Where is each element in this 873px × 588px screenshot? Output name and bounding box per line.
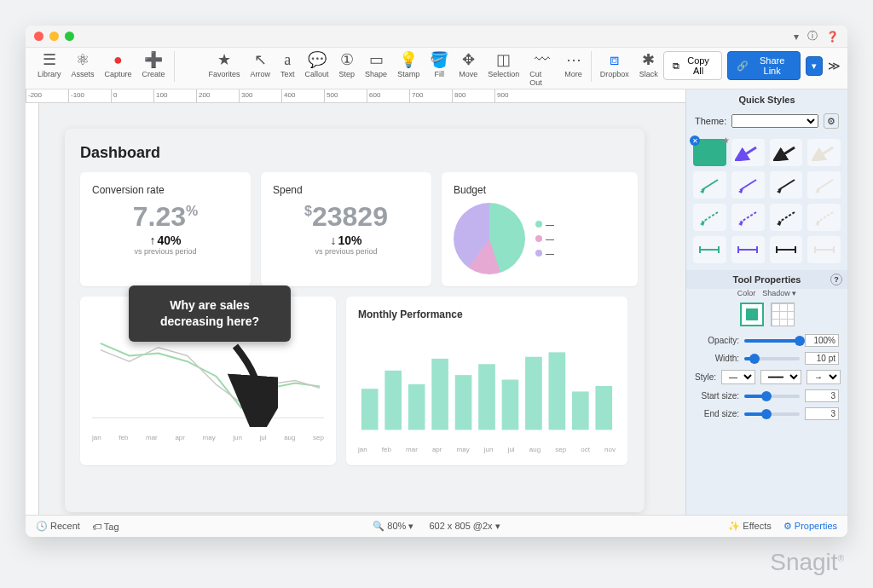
tool-create[interactable]: ➕Create bbox=[137, 51, 171, 78]
canvas[interactable]: Dashboard Conversion rate 7.23% ↑40% vs … bbox=[39, 103, 685, 515]
spend-label: Spend bbox=[273, 184, 419, 196]
ruler-vertical bbox=[26, 103, 39, 515]
style-preset-4[interactable] bbox=[693, 171, 726, 199]
window-controls bbox=[34, 32, 74, 41]
conv-label: Conversion rate bbox=[92, 184, 239, 196]
theme-settings-button[interactable]: ⚙ bbox=[824, 113, 839, 129]
tool-shape[interactable]: ▭Shape bbox=[360, 51, 392, 78]
dashboard-title: Dashboard bbox=[80, 144, 629, 162]
style-preset-3[interactable] bbox=[807, 139, 841, 166]
help-icon[interactable]: ❓ bbox=[826, 31, 839, 43]
ruler-horizontal: -200-1000100200300400500600700800900 bbox=[26, 89, 685, 103]
svg-rect-10 bbox=[572, 391, 589, 429]
style-preset-0[interactable] bbox=[693, 139, 726, 166]
help-icon[interactable]: ? bbox=[830, 274, 842, 285]
theme-select[interactable] bbox=[731, 114, 818, 128]
color-swatch[interactable] bbox=[740, 303, 764, 326]
style-preset-10[interactable] bbox=[770, 204, 803, 231]
svg-rect-8 bbox=[525, 357, 542, 430]
shadow-picker[interactable] bbox=[771, 303, 795, 326]
svg-line-21 bbox=[740, 212, 756, 222]
svg-rect-11 bbox=[595, 386, 612, 429]
style-preset-12[interactable] bbox=[693, 236, 726, 263]
style-preset-8[interactable] bbox=[693, 204, 726, 231]
svg-rect-7 bbox=[502, 380, 519, 430]
svg-rect-5 bbox=[455, 375, 472, 429]
tag-button[interactable]: 🏷 Tag bbox=[92, 522, 119, 532]
share-link-button[interactable]: 🔗 Share Link bbox=[727, 51, 801, 80]
callout-annotation[interactable]: Why are sales decreasing here? bbox=[129, 285, 291, 342]
sync-icon[interactable]: ▾ bbox=[794, 31, 799, 43]
width-label: Width: bbox=[695, 354, 739, 363]
start-size-slider[interactable] bbox=[744, 395, 800, 398]
style-preset-11[interactable] bbox=[807, 204, 841, 231]
maximize-window-icon[interactable] bbox=[65, 32, 74, 41]
tool-arrow[interactable]: ↖Arrow bbox=[246, 51, 276, 78]
style-preset-6[interactable] bbox=[770, 171, 803, 199]
zoom-control[interactable]: 🔍 80% ▾ bbox=[373, 521, 413, 532]
monthly-label: Monthly Performance bbox=[358, 308, 616, 320]
tool-cutout[interactable]: 〰Cut Out bbox=[524, 51, 559, 87]
start-size-value[interactable]: 3 bbox=[805, 389, 839, 402]
share-link-caret[interactable]: ▾ bbox=[806, 56, 823, 76]
style-preset-14[interactable] bbox=[770, 236, 803, 263]
titlebar: ▾ ⓘ ❓ bbox=[26, 26, 847, 48]
end-style-select[interactable]: → bbox=[807, 370, 841, 384]
budget-pie-chart bbox=[454, 203, 525, 274]
main-area: -200-1000100200300400500600700800900 Das… bbox=[26, 89, 847, 515]
properties-button[interactable]: ⚙ Properties bbox=[783, 521, 837, 532]
opacity-slider[interactable] bbox=[744, 339, 800, 343]
svg-rect-4 bbox=[431, 359, 448, 430]
quick-styles-title: Quick Styles bbox=[686, 89, 847, 110]
tool-library[interactable]: ☰Library bbox=[32, 51, 66, 78]
style-preset-7[interactable] bbox=[807, 171, 841, 199]
svg-line-20 bbox=[702, 212, 718, 222]
shadow-label[interactable]: Shadow ▾ bbox=[762, 289, 796, 297]
tool-move[interactable]: ✥Move bbox=[454, 51, 483, 78]
copy-all-button[interactable]: ⧉ Copy All bbox=[663, 51, 723, 80]
tool-more[interactable]: ⋯More bbox=[559, 51, 587, 78]
tool-selection[interactable]: ◫Selection bbox=[483, 51, 524, 78]
style-preset-5[interactable] bbox=[731, 171, 765, 199]
tool-favorites[interactable]: ★Favorites bbox=[204, 51, 246, 78]
tool-slack[interactable]: ✱Slack bbox=[634, 51, 663, 78]
line-style-select[interactable]: — bbox=[721, 370, 755, 384]
opacity-value[interactable]: 100% bbox=[805, 334, 839, 347]
recent-button[interactable]: 🕓 Recent bbox=[36, 521, 80, 532]
width-slider[interactable] bbox=[744, 357, 800, 360]
side-panel: Quick Styles Theme: ⚙ Tool Properties ? … bbox=[685, 89, 847, 515]
tool-step[interactable]: ①Step bbox=[334, 51, 361, 78]
style-preset-15[interactable] bbox=[807, 236, 841, 263]
budget-legend: — — — bbox=[535, 220, 554, 258]
svg-line-15 bbox=[817, 147, 833, 158]
tool-fill[interactable]: 🪣Fill bbox=[425, 51, 454, 78]
end-size-value[interactable]: 3 bbox=[805, 407, 839, 420]
spend-value: $23829 bbox=[273, 203, 419, 230]
callout-arrow-icon[interactable] bbox=[218, 342, 278, 427]
dimensions-readout: 602 x 805 @2x ▾ bbox=[429, 521, 500, 532]
dash-style-select[interactable]: ━━━ bbox=[760, 370, 801, 384]
conv-value: 7.23% bbox=[92, 203, 239, 230]
tool-dropbox[interactable]: ⧈Dropbox bbox=[595, 51, 634, 78]
style-preset-1[interactable] bbox=[731, 139, 765, 166]
tool-capture[interactable]: ●Capture bbox=[100, 51, 137, 78]
tool-text[interactable]: aText bbox=[275, 51, 300, 78]
width-value[interactable]: 10 pt bbox=[805, 352, 839, 365]
end-size-slider[interactable] bbox=[744, 412, 800, 416]
card-conversion: Conversion rate 7.23% ↑40% vs previous p… bbox=[80, 172, 251, 286]
minimize-window-icon[interactable] bbox=[49, 32, 59, 41]
tool-assets[interactable]: ⚛Assets bbox=[66, 51, 100, 78]
style-preset-2[interactable] bbox=[770, 139, 803, 166]
line-chart-axis: janfebmaraprmayjunjulaugsep bbox=[92, 434, 324, 441]
tool-callout[interactable]: 💬Callout bbox=[300, 51, 334, 78]
close-window-icon[interactable] bbox=[34, 32, 43, 41]
effects-button[interactable]: ✨ Effects bbox=[728, 521, 772, 532]
conv-delta: ↑40% bbox=[92, 233, 239, 247]
toolbar-overflow-icon[interactable]: ≫ bbox=[828, 59, 841, 72]
svg-rect-2 bbox=[384, 371, 402, 430]
bar-chart-axis: janfebmaraprmayjunjulaugsepoctnov bbox=[358, 446, 616, 453]
style-preset-9[interactable] bbox=[731, 204, 765, 231]
info-icon[interactable]: ⓘ bbox=[807, 29, 818, 43]
style-preset-13[interactable] bbox=[731, 236, 765, 263]
tool-stamp[interactable]: 💡Stamp bbox=[392, 51, 425, 78]
